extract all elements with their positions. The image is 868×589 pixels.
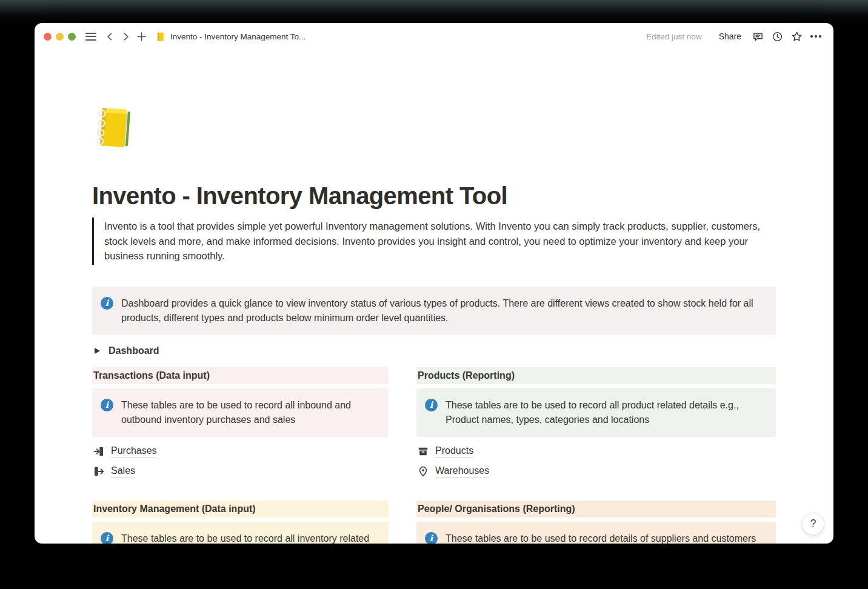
enter-door-icon bbox=[93, 446, 104, 457]
link-label: Warehouses bbox=[435, 465, 489, 478]
help-button[interactable]: ? bbox=[802, 513, 824, 535]
section-callout-text: These tables are to be used to record al… bbox=[121, 398, 379, 427]
section-products: Products (Reporting) i These tables are … bbox=[416, 367, 776, 479]
clock-icon bbox=[772, 31, 783, 42]
notebook-icon bbox=[155, 32, 165, 42]
forward-button[interactable] bbox=[118, 28, 133, 44]
section-callout: i These tables are to be used to record … bbox=[416, 388, 776, 437]
more-options-button[interactable] bbox=[808, 28, 824, 44]
section-callout: i These tables are to be used to record … bbox=[416, 522, 776, 544]
section-callout: i These tables are to be used to record … bbox=[92, 388, 389, 437]
page-link-sales[interactable]: Sales bbox=[92, 464, 389, 479]
back-chevron-icon bbox=[105, 32, 115, 41]
section-callout-text: These tables are to be used to record al… bbox=[446, 398, 766, 427]
star-icon bbox=[791, 31, 803, 42]
app-window: Invento - Inventory Management To... Edi… bbox=[35, 23, 833, 544]
zoom-window-button[interactable] bbox=[68, 33, 76, 41]
back-button[interactable] bbox=[102, 28, 118, 44]
tab-title-text: Invento - Inventory Management To... bbox=[170, 32, 305, 41]
page-icon-notebook[interactable] bbox=[92, 104, 142, 154]
info-icon: i bbox=[425, 532, 438, 544]
sidebar-menu-icon[interactable] bbox=[85, 33, 96, 41]
window-controls bbox=[44, 33, 76, 41]
link-label: Sales bbox=[111, 465, 135, 478]
section-people-organisations: People/ Organisations (Reporting) i Thes… bbox=[416, 501, 776, 544]
page-link-warehouses[interactable]: Warehouses bbox=[416, 464, 776, 479]
comment-icon bbox=[752, 31, 764, 42]
section-transactions: Transactions (Data input) i These tables… bbox=[92, 367, 389, 479]
section-inventory-management: Inventory Management (Data input) i Thes… bbox=[92, 501, 389, 544]
plus-icon bbox=[136, 32, 147, 42]
section-heading: Transactions (Data input) bbox=[92, 367, 389, 384]
current-tab[interactable]: Invento - Inventory Management To... bbox=[155, 32, 305, 42]
favorite-button[interactable] bbox=[789, 28, 804, 44]
section-heading: People/ Organisations (Reporting) bbox=[416, 501, 776, 517]
info-icon: i bbox=[101, 532, 113, 544]
location-pin-icon bbox=[418, 466, 429, 477]
minimize-window-button[interactable] bbox=[56, 33, 64, 41]
comments-button[interactable] bbox=[750, 28, 766, 44]
share-button[interactable]: Share bbox=[714, 29, 746, 44]
link-label: Purchases bbox=[111, 445, 157, 458]
info-icon: i bbox=[425, 399, 438, 411]
info-icon: i bbox=[101, 399, 113, 411]
page-content: Invento - Inventory Management Tool Inve… bbox=[35, 50, 833, 544]
toggle-triangle-icon[interactable] bbox=[95, 348, 100, 354]
close-window-button[interactable] bbox=[44, 33, 52, 41]
sections-grid: Transactions (Data input) i These tables… bbox=[92, 367, 776, 544]
new-tab-button[interactable] bbox=[133, 28, 149, 44]
forward-chevron-icon bbox=[121, 32, 130, 41]
link-label: Products bbox=[435, 445, 473, 458]
dashboard-info-callout: i Dashboard provides a quick glance to v… bbox=[92, 287, 776, 335]
page-title: Invento - Inventory Management Tool bbox=[92, 181, 776, 211]
exit-door-icon bbox=[93, 466, 104, 477]
intro-quote: Invento is a tool that provides simple y… bbox=[92, 218, 776, 265]
history-button[interactable] bbox=[769, 28, 785, 44]
edited-status: Edited just now bbox=[646, 32, 702, 41]
page-link-products[interactable]: Products bbox=[416, 444, 776, 459]
page-link-purchases[interactable]: Purchases bbox=[92, 444, 389, 459]
dashboard-toggle-label: Dashboard bbox=[109, 345, 159, 356]
section-heading: Products (Reporting) bbox=[416, 367, 776, 384]
section-callout: i These tables are to be used to record … bbox=[92, 522, 389, 544]
toolbar: Invento - Inventory Management To... Edi… bbox=[35, 23, 833, 50]
section-callout-text: These tables are to be used to record de… bbox=[446, 531, 756, 544]
dashboard-info-text: Dashboard provides a quick glance to vie… bbox=[121, 296, 766, 325]
section-callout-text: These tables are to be used to record al… bbox=[121, 531, 379, 544]
archive-box-icon bbox=[418, 446, 429, 457]
info-icon: i bbox=[101, 297, 113, 310]
section-heading: Inventory Management (Data input) bbox=[92, 501, 389, 517]
dashboard-toggle[interactable]: Dashboard bbox=[92, 342, 776, 359]
